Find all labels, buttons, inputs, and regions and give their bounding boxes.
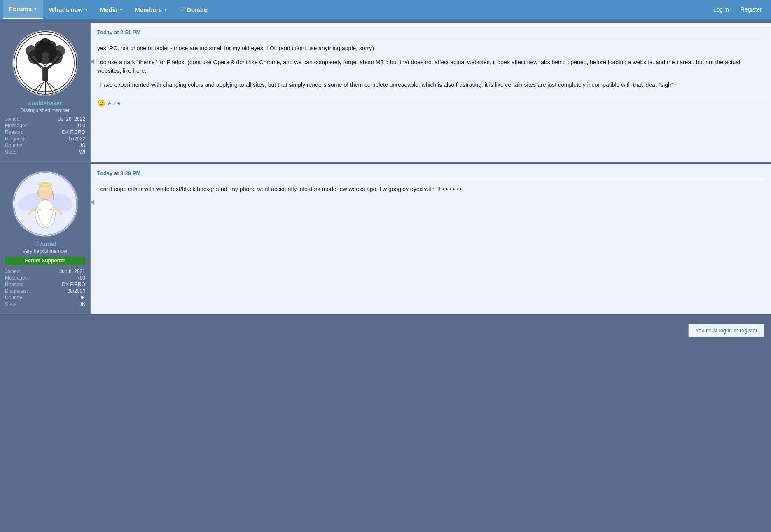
post-2-arrow: ◄ bbox=[88, 197, 96, 207]
diagnosis-label-2: Diagnosis: bbox=[5, 288, 46, 294]
post-arrow: ◄ bbox=[88, 56, 96, 66]
login-label: Log in bbox=[713, 6, 729, 13]
nav-whats-new[interactable]: What's new ▼ bbox=[43, 0, 94, 19]
post-1-reactions: 🙁 Auriel bbox=[97, 96, 764, 107]
post-1: ◄ cookiebaker Distinguished member Joine… bbox=[0, 23, 771, 162]
state-label-2: State: bbox=[5, 301, 46, 308]
post-1-para-3: I have experimented with changing colors… bbox=[97, 81, 764, 90]
username-2[interactable]: ♡Auriel bbox=[5, 241, 85, 247]
post-2-text: I can't cope either with white text/blac… bbox=[97, 185, 764, 194]
messages-value-2: 788 bbox=[46, 275, 86, 281]
post-1-text: yes, PC, not phone or tablet - those are… bbox=[97, 44, 764, 90]
diagnosis-value-2: 08/2006 bbox=[46, 288, 86, 294]
nav-left: Forums ▼ What's new ▼ Media ▼ Members ▼ … bbox=[3, 0, 708, 19]
reason-value-1: DX FIBRO bbox=[44, 129, 85, 135]
nav-register[interactable]: Register bbox=[735, 0, 768, 19]
joined-value-2: Jun 8, 2021 bbox=[46, 268, 86, 275]
country-value-1: US bbox=[44, 142, 85, 149]
register-label: Register bbox=[741, 6, 762, 13]
post-2-timestamp: Today at 3:29 PM bbox=[97, 170, 764, 180]
reason-label-2: Reason: bbox=[5, 281, 46, 288]
avatar bbox=[12, 30, 78, 96]
post-1-para-1: yes, PC, not phone or tablet - those are… bbox=[97, 44, 764, 53]
joined-label-2: Joined: bbox=[5, 268, 46, 275]
forums-chevron: ▼ bbox=[33, 7, 37, 11]
forum-supporter-badge: Forum Supporter bbox=[5, 257, 85, 265]
joined-value-1: Jul 26, 2022 bbox=[44, 116, 85, 122]
navbar: Forums ▼ What's new ▼ Media ▼ Members ▼ … bbox=[0, 0, 771, 20]
user-title-1: Distinguished member bbox=[5, 107, 85, 113]
reason-label: Reason: bbox=[5, 129, 44, 135]
donate-label: Donate bbox=[187, 6, 208, 13]
messages-label: Messages: bbox=[5, 122, 44, 129]
reason-value-2: DX FIBRO bbox=[46, 281, 86, 288]
reaction-user-1[interactable]: Auriel bbox=[108, 100, 121, 106]
nav-donate[interactable]: ♡ Donate bbox=[173, 0, 213, 19]
avatar-2 bbox=[12, 171, 78, 237]
heart-icon: ♡ bbox=[179, 6, 185, 13]
messages-label-2: Messages: bbox=[5, 275, 46, 281]
nav-forums[interactable]: Forums ▼ bbox=[3, 0, 43, 19]
post-1-content: Today at 2:51 PM yes, PC, not phone or t… bbox=[91, 23, 771, 162]
nav-members[interactable]: Members ▼ bbox=[129, 0, 173, 19]
user-meta-1: Joined: Jul 26, 2022 Messages: 150 Reaso… bbox=[5, 116, 85, 155]
whats-new-label: What's new bbox=[49, 6, 83, 13]
whats-new-chevron: ▼ bbox=[84, 7, 89, 12]
nav-media[interactable]: Media ▼ bbox=[94, 0, 129, 19]
user-meta-2: Joined: Jun 8, 2021 Messages: 788 Reason… bbox=[5, 268, 85, 308]
nav-login[interactable]: Log in bbox=[708, 0, 735, 19]
post-2-para-1: I can't cope either with white text/blac… bbox=[97, 185, 764, 194]
media-chevron: ▼ bbox=[119, 7, 123, 12]
state-label: State: bbox=[5, 149, 44, 155]
post-2-content: Today at 3:29 PM I can't cope either wit… bbox=[91, 164, 771, 314]
username-1[interactable]: cookiebaker bbox=[5, 100, 85, 107]
state-value-2: UK bbox=[46, 301, 86, 308]
post-2: ◄ ♡Auriel Very helpful member Forum Supp… bbox=[0, 164, 771, 315]
diagnosis-value-1: 07/2022 bbox=[44, 135, 85, 142]
login-prompt[interactable]: You must log in or register bbox=[688, 324, 764, 337]
media-label: Media bbox=[100, 6, 118, 13]
nav-right: Log in Register bbox=[708, 0, 768, 19]
post-2-sidebar: ◄ ♡Auriel Very helpful member Forum Supp… bbox=[0, 164, 91, 314]
messages-value-1: 150 bbox=[44, 122, 85, 129]
members-chevron: ▼ bbox=[164, 7, 168, 12]
post-1-para-2: i do use a dark "theme" for Firefox, (do… bbox=[97, 58, 764, 76]
svg-point-10 bbox=[40, 38, 51, 49]
country-label-2: Country: bbox=[5, 294, 46, 301]
forums-label: Forums bbox=[9, 5, 32, 12]
country-value-2: UK bbox=[46, 294, 86, 301]
reaction-emoji-1: 🙁 bbox=[97, 99, 105, 107]
members-label: Members bbox=[135, 6, 162, 13]
bottom-bar: You must log in or register bbox=[0, 320, 771, 341]
joined-label: Joined: bbox=[5, 116, 44, 122]
post-1-timestamp: Today at 2:51 PM bbox=[97, 29, 764, 39]
diagnosis-label: Diagnosis: bbox=[5, 135, 44, 142]
state-value-1: WI bbox=[44, 149, 85, 155]
post-1-sidebar: ◄ cookiebaker Distinguished member Joine… bbox=[0, 23, 91, 162]
user-title-2: Very helpful member bbox=[5, 248, 85, 254]
country-label: Country: bbox=[5, 142, 44, 149]
posts-container: ◄ cookiebaker Distinguished member Joine… bbox=[0, 20, 771, 320]
